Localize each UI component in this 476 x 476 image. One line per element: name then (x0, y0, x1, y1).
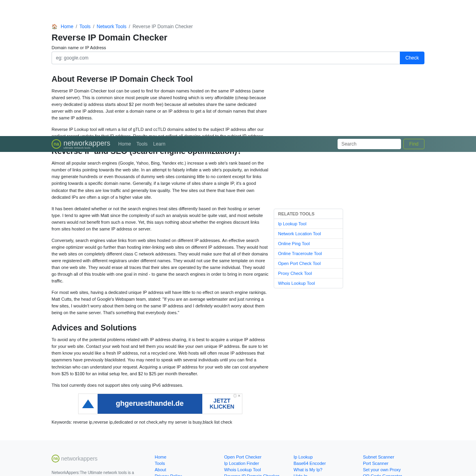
ad1-cta-line2: KLICKEN (209, 404, 234, 410)
footer-link-privacy[interactable]: Privacy Policy (155, 474, 216, 476)
seo-p3: Conversely, search engines value links f… (52, 237, 269, 284)
input-label: Domain name or IP Address (52, 45, 424, 50)
breadcrumb: 🏠 Home / Tools / Network Tools / Reverse… (52, 0, 424, 29)
footer-link-hideip[interactable]: Hide Ip (294, 474, 355, 476)
footer: na networkappers NetworkAppers:The Ultim… (0, 440, 476, 476)
breadcrumb-current: Reverse IP Domain Checker (132, 24, 193, 29)
sidebar-item-network-location[interactable]: Network Location Tool (274, 229, 343, 239)
input-row: Check (52, 52, 424, 64)
footer-link-home[interactable]: Home (155, 455, 216, 459)
nav-search-input[interactable] (338, 139, 401, 149)
breadcrumb-network-tools[interactable]: Network Tools (97, 24, 127, 29)
footer-link-base64[interactable]: Base64 Encoder (294, 461, 355, 466)
sidebar-item-online-traceroute[interactable]: Online Traceroute Tool (274, 249, 343, 259)
nav-links: Home Tools Learn (118, 141, 165, 147)
footer-logo-text: networkappers (61, 455, 98, 462)
navbar: na networkappers ultimate network tools … (0, 136, 476, 152)
nav-tools[interactable]: Tools (136, 141, 148, 147)
breadcrumb-sep: / (93, 24, 94, 29)
sidebar-item-ip-lookup[interactable]: Ip Lookup Tool (274, 219, 343, 229)
sidebar-item-open-port-check[interactable]: Open Port Check Tool (274, 259, 343, 269)
sidebar-title: RELATED TOOLS (274, 209, 343, 219)
find-button[interactable]: Find (403, 139, 424, 149)
nav-learn[interactable]: Learn (153, 141, 165, 147)
page-title: Reverse IP Domain Checker (52, 33, 424, 43)
nav-home[interactable]: Home (118, 141, 131, 147)
seo-p1: Almost all popular search engines (Googl… (52, 160, 269, 200)
breadcrumb-home[interactable]: Home (61, 24, 73, 29)
footer-logo-badge-icon: na (52, 455, 60, 463)
advice-p1: To avoid any of the potential problems r… (52, 336, 269, 377)
footer-link-subnet[interactable]: Subnet Scanner (363, 455, 424, 459)
home-icon: 🏠 (52, 24, 58, 29)
breadcrumb-tools[interactable]: Tools (79, 24, 90, 29)
breadcrumb-sep: / (129, 24, 130, 29)
footer-link-about[interactable]: About (155, 467, 216, 472)
advice-heading: Advices and Solutions (52, 323, 269, 332)
footer-link-ip-location[interactable]: Ip Location Finder (224, 461, 286, 466)
footer-link-whois[interactable]: Whois Lookup Tool (224, 467, 286, 472)
sidebar-item-proxy-check[interactable]: Proxy Check Tool (274, 269, 343, 278)
ad-logo-icon (79, 394, 98, 414)
check-button[interactable]: Check (400, 52, 424, 64)
footer-link-reverse-ip[interactable]: Reverse IP Domain Checker (224, 474, 286, 476)
seo-p2: It has been debated whether or not the s… (52, 205, 269, 232)
logo[interactable]: na networkappers ultimate network tools (52, 139, 110, 149)
footer-link-portscan[interactable]: Port Scanner (363, 461, 424, 466)
footer-logo[interactable]: na networkappers (52, 455, 147, 463)
about-p1: Reverse IP Domain Checker tool can be us… (52, 88, 269, 121)
ad-banner-1[interactable]: ⓘ ✕ ghgeruesthandel.de JETZT KLICKEN (78, 393, 242, 414)
sidebar-related-tools: RELATED TOOLS Ip Lookup Tool Network Loc… (274, 209, 343, 288)
ad1-cta-line1: JETZT (213, 398, 230, 404)
ad-tag-icon[interactable]: ⓘ ✕ (233, 393, 241, 399)
logo-badge-icon: na (52, 139, 61, 149)
advice-p2: This tool currently does not support sit… (52, 382, 269, 389)
ad1-domain: ghgeruesthandel.de (98, 399, 202, 408)
sidebar-item-whois-lookup[interactable]: Whois Lookup Tool (274, 278, 343, 288)
footer-link-ip-lookup[interactable]: Ip Lookup (294, 455, 355, 459)
footer-link-myip[interactable]: What is My Ip? (294, 467, 355, 472)
footer-link-qr[interactable]: QR Code Generator (363, 474, 424, 476)
breadcrumb-sep: / (76, 24, 77, 29)
seo-p4: For most web sites, having a dedicated u… (52, 289, 269, 316)
main-container: 🏠 Home / Tools / Network Tools / Reverse… (52, 0, 424, 424)
sidebar-item-online-ping[interactable]: Online Ping Tool (274, 239, 343, 249)
footer-desc: NetworkAppers:The Ultimate network tools… (52, 470, 147, 476)
keywords: Keywords: reverse ip,reverse ip,dedicate… (52, 420, 269, 424)
footer-link-proxy[interactable]: Set your own Proxy (363, 467, 424, 472)
footer-link-open-port[interactable]: Open Port Checker (224, 455, 286, 459)
footer-link-tools[interactable]: Tools (155, 461, 216, 466)
domain-input[interactable] (52, 52, 400, 64)
about-heading: About Reverse IP Domain Check Tool (52, 75, 269, 84)
